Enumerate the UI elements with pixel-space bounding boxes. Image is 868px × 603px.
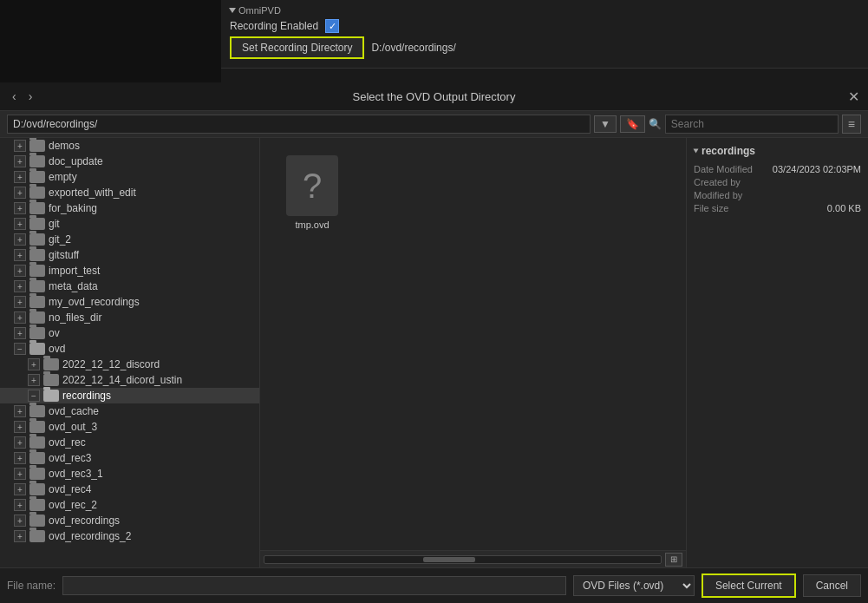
center-panel: ?tmp.ovd ⊞: [260, 138, 686, 567]
bookmark-button[interactable]: 🔖: [620, 115, 645, 133]
tree-item-ovd_rec_2[interactable]: +ovd_rec_2: [0, 497, 259, 513]
expand-button[interactable]: +: [14, 483, 26, 495]
folder-icon: [29, 483, 45, 495]
tree-item-ovd_rec3_1[interactable]: +ovd_rec3_1: [0, 466, 259, 482]
horizontal-scrollbar[interactable]: [264, 555, 662, 564]
file-item[interactable]: ?tmp.ovd: [277, 155, 347, 230]
expand-button[interactable]: +: [14, 311, 26, 324]
tree-item-2022_12_12_discord[interactable]: +2022_12_12_discord: [0, 357, 259, 372]
tree-item-label: ovd_rec3_1: [49, 468, 103, 480]
expand-button[interactable]: +: [14, 218, 26, 230]
expand-button[interactable]: +: [14, 171, 26, 183]
tree-item-recordings[interactable]: −recordings: [0, 388, 259, 403]
folder-icon: [29, 249, 45, 261]
tree-item-label: 2022_12_12_discord: [62, 358, 160, 370]
expand-button[interactable]: +: [28, 358, 40, 370]
tree-item-ovd_recordings_2[interactable]: +ovd_recordings_2: [0, 528, 259, 544]
expand-button[interactable]: +: [14, 155, 26, 167]
tree-item-meta_data[interactable]: +meta_data: [0, 279, 259, 294]
tree-item-ovd_rec3[interactable]: +ovd_rec3: [0, 450, 259, 466]
omnipvd-label: OmniPVD: [238, 5, 281, 16]
dropdown-arrow-button[interactable]: ▼: [594, 115, 617, 133]
expand-button[interactable]: +: [14, 421, 26, 433]
tree-item-ovd_recordings[interactable]: +ovd_recordings: [0, 513, 259, 528]
info-value: 03/24/2023 02:03PM: [773, 164, 861, 174]
tree-item-empty[interactable]: +empty: [0, 169, 259, 185]
tree-item-label: doc_update: [49, 155, 103, 167]
close-button[interactable]: ✕: [848, 88, 859, 105]
expand-button[interactable]: +: [14, 530, 26, 542]
search-icon: 🔍: [649, 118, 662, 130]
tree-item-gitstuff[interactable]: +gitstuff: [0, 247, 259, 263]
expand-button[interactable]: +: [14, 233, 26, 246]
folder-icon: [29, 233, 45, 246]
tree-item-no_files_dir[interactable]: +no_files_dir: [0, 310, 259, 325]
tree-item-ovd_out_3[interactable]: +ovd_out_3: [0, 419, 259, 435]
tree-item-label: git_2: [49, 233, 71, 246]
expand-button[interactable]: +: [14, 187, 26, 199]
expand-button[interactable]: +: [14, 296, 26, 308]
tree-item-2022_12_14_dicord_ustin[interactable]: +2022_12_14_dicord_ustin: [0, 372, 259, 388]
folder-icon: [29, 202, 45, 214]
expand-button[interactable]: +: [14, 327, 26, 339]
grid-view-button[interactable]: ⊞: [665, 553, 682, 567]
expand-button[interactable]: +: [14, 265, 26, 277]
tree-item-import_test[interactable]: +import_test: [0, 263, 259, 279]
expand-button[interactable]: +: [14, 452, 26, 464]
cancel-button[interactable]: Cancel: [803, 574, 861, 597]
tree-item-for_baking[interactable]: +for_baking: [0, 200, 259, 216]
tree-item-git[interactable]: +git: [0, 216, 259, 232]
collapse-button[interactable]: −: [14, 343, 26, 355]
expand-button[interactable]: +: [14, 515, 26, 527]
filename-input[interactable]: [62, 576, 566, 595]
expand-button[interactable]: +: [14, 280, 26, 292]
set-recording-directory-button[interactable]: Set Recording Directory: [230, 36, 364, 59]
tree-item-my_ovd_recordings[interactable]: +my_ovd_recordings: [0, 294, 259, 310]
select-current-button[interactable]: Select Current: [702, 574, 796, 598]
tree-item-demos[interactable]: +demos: [0, 138, 259, 154]
tree-item-ovd[interactable]: −ovd: [0, 341, 259, 357]
tree-item-label: ovd_recordings_2: [49, 530, 131, 542]
expand-button[interactable]: +: [14, 499, 26, 511]
tree-item-ovd_rec4[interactable]: +ovd_rec4: [0, 482, 259, 497]
expand-button[interactable]: +: [14, 405, 26, 417]
folder-icon: [29, 218, 45, 230]
search-input[interactable]: [665, 115, 839, 134]
tree-item-label: import_test: [49, 265, 100, 277]
tree-item-label: ovd_rec: [49, 436, 86, 449]
expand-button[interactable]: +: [14, 140, 26, 152]
tree-item-ovd_cache[interactable]: +ovd_cache: [0, 403, 259, 419]
expand-button[interactable]: +: [14, 468, 26, 480]
expand-button[interactable]: +: [14, 202, 26, 214]
dialog-nav: ‹ ›: [9, 88, 36, 105]
path-input[interactable]: [7, 115, 591, 134]
expand-button[interactable]: +: [28, 374, 40, 386]
back-button[interactable]: ‹: [9, 88, 20, 105]
tree-item-ov[interactable]: +ov: [0, 325, 259, 341]
folder-icon: [29, 530, 45, 542]
collapse-button[interactable]: −: [28, 390, 40, 402]
folder-icon: [29, 515, 45, 527]
menu-button[interactable]: ≡: [842, 115, 861, 134]
expand-button[interactable]: +: [14, 249, 26, 261]
tree-item-git_2[interactable]: +git_2: [0, 232, 259, 247]
folder-icon: [29, 468, 45, 480]
info-key: Date Modified: [694, 164, 753, 174]
recording-path-value: D:/ovd/recordings/: [371, 42, 455, 54]
tree-item-label: exported_with_edit: [49, 187, 136, 199]
forward-button[interactable]: ›: [25, 88, 36, 105]
tree-item-label: ovd_out_3: [49, 421, 97, 433]
tree-item-exported_with_edit[interactable]: +exported_with_edit: [0, 185, 259, 200]
info-value: 0.00 KB: [827, 203, 861, 213]
file-label: tmp.ovd: [295, 220, 329, 230]
tree-item-ovd_rec[interactable]: +ovd_rec: [0, 435, 259, 450]
expand-button[interactable]: +: [14, 436, 26, 449]
tree-item-label: for_baking: [49, 202, 97, 214]
folder-icon: [29, 405, 45, 417]
tree-item-doc_update[interactable]: +doc_update: [0, 154, 259, 169]
recording-enabled-checkbox[interactable]: ✓: [325, 19, 339, 33]
filetype-select[interactable]: OVD Files (*.ovd): [573, 575, 695, 596]
folder-icon: [43, 358, 59, 370]
tree-item-label: ovd: [49, 343, 65, 355]
folder-icon: [29, 155, 45, 167]
